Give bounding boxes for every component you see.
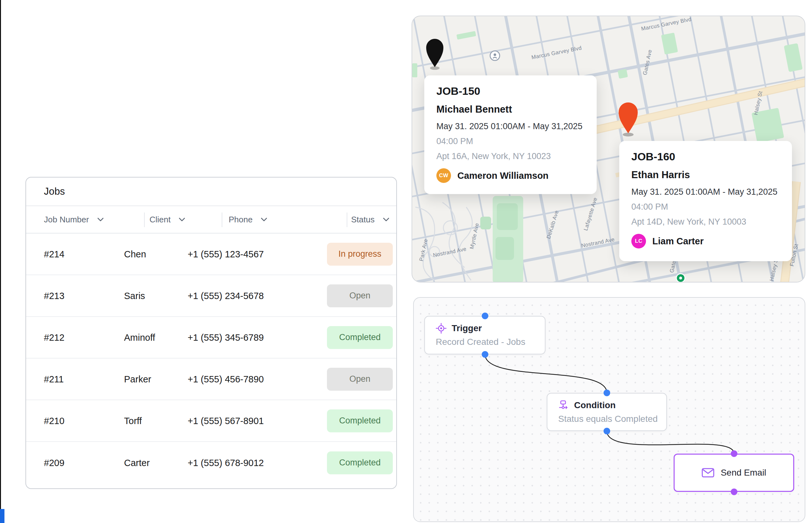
jobs-table-header: Job Number Client Phone Status xyxy=(26,206,396,234)
table-row[interactable]: #212 Aminoff +1 (555) 345-6789 Completed xyxy=(26,317,396,359)
node-subtitle: Record Created - Jobs xyxy=(436,337,545,347)
node-condition[interactable]: Condition Status equals Completed xyxy=(547,393,667,431)
connection-handle[interactable] xyxy=(731,489,738,495)
table-row[interactable]: #210 Torff +1 (555) 567-8901 Completed xyxy=(26,400,396,442)
job-date-range: May 31. 2025 01:00AM - May 31,2025 xyxy=(436,122,585,131)
table-row[interactable]: #214 Chen +1 (555) 123-4567 In progress xyxy=(26,234,396,275)
assignee-name: Cameron Williamson xyxy=(457,170,549,181)
cell-job-number: #210 xyxy=(44,415,64,426)
cell-client: Chen xyxy=(124,249,146,259)
status-badge: Completed xyxy=(327,410,393,432)
screen: Jobs Job Number Client Phone Status xyxy=(0,0,812,523)
workflow-canvas[interactable]: Trigger Record Created - Jobs Condition … xyxy=(413,297,805,522)
cell-client: Aminoff xyxy=(124,332,155,343)
cell-job-number: #213 xyxy=(44,290,64,301)
column-label: Phone xyxy=(229,215,253,224)
header-separator xyxy=(222,213,222,227)
node-title: Condition xyxy=(574,400,616,410)
job-id: JOB-160 xyxy=(631,150,780,163)
chevron-down-icon xyxy=(179,218,185,221)
job-date-range: May 31. 2025 01:00AM - May 31,2025 xyxy=(631,187,780,197)
cell-phone: +1 (555) 345-6789 xyxy=(188,332,264,343)
connection-handle[interactable] xyxy=(731,450,738,457)
job-assignee-row: LC Liam Carter xyxy=(631,234,780,249)
transit-marker xyxy=(676,273,685,283)
page-title: Jobs xyxy=(44,186,65,197)
map-panel[interactable]: Marcus Garvey Blvd Marcus Garvey Blvd Ga… xyxy=(411,16,805,283)
connection-handle[interactable] xyxy=(604,390,610,396)
node-send-email[interactable]: Send Email xyxy=(673,454,794,492)
job-card-160[interactable]: JOB-160 Ethan Harris May 31. 2025 01:00A… xyxy=(619,141,792,261)
node-title: Send Email xyxy=(721,468,766,478)
job-time: 04:00 PM xyxy=(631,202,780,212)
avatar: CW xyxy=(436,168,451,183)
map-pin-job-150[interactable] xyxy=(426,39,443,70)
job-card-150[interactable]: JOB-150 Michael Bennett May 31. 2025 01:… xyxy=(424,75,597,194)
cell-phone: +1 (555) 123-4567 xyxy=(188,249,264,259)
job-client-name: Michael Bennett xyxy=(436,104,585,115)
header-separator xyxy=(144,213,145,227)
branch-icon xyxy=(558,400,569,411)
column-header-phone[interactable]: Phone xyxy=(229,206,267,233)
node-trigger[interactable]: Trigger Record Created - Jobs xyxy=(424,316,546,355)
cell-job-number: #211 xyxy=(44,374,63,384)
node-subtitle: Status equals Completed xyxy=(558,414,666,424)
status-badge: In progress xyxy=(327,243,393,266)
poi-marker xyxy=(490,51,500,60)
cell-phone: +1 (555) 234-5678 xyxy=(188,290,264,301)
cell-client: Parker xyxy=(124,374,151,384)
mail-icon xyxy=(702,468,714,477)
cell-job-number: #214 xyxy=(44,249,64,259)
cell-phone: +1 (555) 567-8901 xyxy=(188,415,264,426)
job-address: Apt 16A, New York, NY 10023 xyxy=(436,151,585,161)
job-assignee-row: CW Cameron Williamson xyxy=(436,168,585,183)
column-header-status[interactable]: Status xyxy=(351,206,389,233)
job-client-name: Ethan Harris xyxy=(631,169,780,181)
job-address: Apt 14D, New York, NY 10003 xyxy=(631,217,780,227)
cell-phone: +1 (555) 678-9012 xyxy=(188,457,264,468)
chevron-down-icon xyxy=(97,218,104,221)
column-label: Job Number xyxy=(44,215,89,224)
column-label: Client xyxy=(149,215,170,224)
connection-handle[interactable] xyxy=(482,313,488,319)
node-title: Trigger xyxy=(451,323,482,333)
header-separator xyxy=(347,213,347,227)
chevron-down-icon xyxy=(261,218,267,221)
table-row[interactable]: #213 Saris +1 (555) 234-5678 Open xyxy=(26,275,396,317)
column-header-job-number[interactable]: Job Number xyxy=(44,206,104,233)
left-edge-blue-mark xyxy=(0,509,4,523)
status-badge: Open xyxy=(327,368,393,391)
jobs-title-row: Jobs xyxy=(26,178,396,206)
chevron-down-icon xyxy=(383,218,389,221)
cell-job-number: #209 xyxy=(44,457,64,468)
job-time: 04:00 PM xyxy=(436,137,585,146)
cell-phone: +1 (555) 456-7890 xyxy=(188,374,264,384)
cell-client: Saris xyxy=(124,290,145,301)
avatar: LC xyxy=(631,234,646,249)
jobs-table-card: Jobs Job Number Client Phone Status xyxy=(25,177,397,489)
cell-job-number: #212 xyxy=(44,332,64,343)
cell-client: Torff xyxy=(124,415,142,426)
column-header-client[interactable]: Client xyxy=(149,206,185,233)
status-badge: Completed xyxy=(327,451,393,474)
table-row[interactable]: #209 Carter +1 (555) 678-9012 Completed xyxy=(26,442,396,484)
column-label: Status xyxy=(351,215,375,224)
connection-handle[interactable] xyxy=(482,351,488,358)
left-edge-line xyxy=(0,0,1,523)
cell-client: Carter xyxy=(124,457,150,468)
target-icon xyxy=(436,323,446,334)
status-badge: Open xyxy=(327,284,393,307)
connection-handle[interactable] xyxy=(604,428,610,435)
status-badge: Completed xyxy=(327,326,393,349)
job-id: JOB-150 xyxy=(436,85,585,97)
assignee-name: Liam Carter xyxy=(652,236,704,247)
table-row[interactable]: #211 Parker +1 (555) 456-7890 Open xyxy=(26,359,396,400)
